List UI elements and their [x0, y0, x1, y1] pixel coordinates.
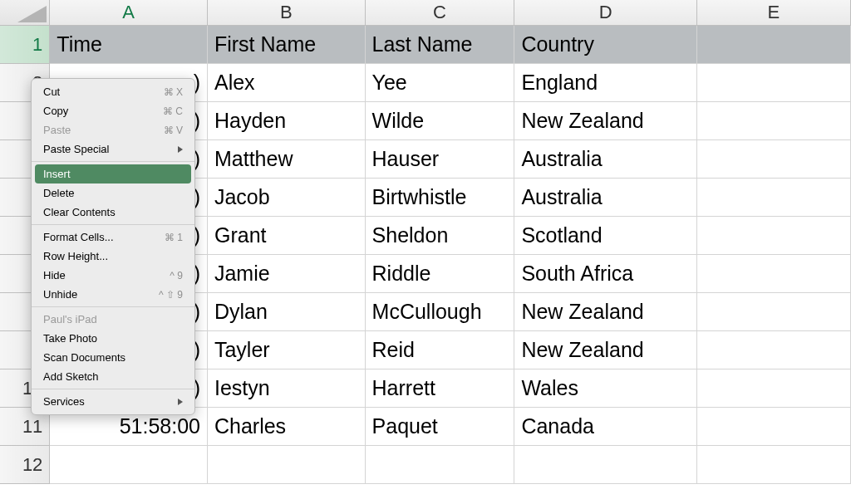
cell-e7[interactable]	[696, 255, 850, 293]
menu-format-shortcut: ⌘ 1	[165, 232, 183, 243]
menu-insert-label: Insert	[43, 168, 71, 180]
cell-c4[interactable]: Hauser	[365, 140, 514, 179]
cell-b3[interactable]: Hayden	[207, 102, 365, 140]
cell-d11[interactable]: Canada	[514, 408, 696, 446]
menu-hide-label: Hide	[43, 269, 66, 281]
cell-e12[interactable]	[696, 446, 850, 484]
menu-format-label: Format Cells...	[43, 231, 114, 243]
menu-paste-shortcut: ⌘ V	[164, 125, 183, 136]
menu-separator	[32, 224, 194, 225]
cell-d3[interactable]: New Zealand	[514, 102, 696, 140]
menu-row-height-label: Row Height...	[43, 250, 108, 262]
cell-d4[interactable]: Australia	[514, 140, 696, 179]
cell-d7[interactable]: South Africa	[514, 255, 696, 293]
menu-cut-shortcut: ⌘ X	[164, 86, 183, 98]
cell-b9[interactable]: Tayler	[207, 331, 365, 369]
menu-unhide[interactable]: Unhide ^ ⇧ 9	[32, 285, 194, 304]
cell-b10[interactable]: Iestyn	[207, 369, 365, 408]
data-header-row: 1 Time First Name Last Name Country	[0, 26, 851, 64]
cell-e8[interactable]	[696, 293, 850, 331]
menu-paste-special-label: Paste Special	[43, 143, 110, 155]
row-header-12[interactable]: 12	[0, 446, 50, 484]
cell-c1[interactable]: Last Name	[365, 26, 514, 64]
cell-e4[interactable]	[696, 140, 850, 179]
menu-hide[interactable]: Hide ^ 9	[32, 266, 194, 285]
cell-c8[interactable]: McCullough	[365, 293, 514, 331]
cell-c10[interactable]: Harrett	[365, 369, 514, 408]
cell-b6[interactable]: Grant	[207, 217, 365, 255]
menu-format-cells[interactable]: Format Cells... ⌘ 1	[32, 228, 194, 247]
cell-d6[interactable]: Scotland	[514, 217, 696, 255]
context-menu: Cut ⌘ X Copy ⌘ C Paste ⌘ V Paste Special…	[31, 78, 195, 415]
cell-e6[interactable]	[696, 217, 850, 255]
menu-add-sketch[interactable]: Add Sketch	[32, 367, 194, 386]
menu-take-photo[interactable]: Take Photo	[32, 329, 194, 348]
cell-c6[interactable]: Sheldon	[365, 217, 514, 255]
cell-c11[interactable]: Paquet	[365, 408, 514, 446]
cell-c7[interactable]: Riddle	[365, 255, 514, 293]
cell-d9[interactable]: New Zealand	[514, 331, 696, 369]
cell-c2[interactable]: Yee	[365, 64, 514, 102]
menu-copy-shortcut: ⌘ C	[163, 105, 183, 117]
col-header-c[interactable]: C	[365, 0, 514, 26]
menu-clear-contents[interactable]: Clear Contents	[32, 203, 194, 222]
menu-take-photo-label: Take Photo	[43, 332, 97, 345]
cell-d8[interactable]: New Zealand	[514, 293, 696, 331]
cell-b5[interactable]: Jacob	[207, 179, 365, 217]
cell-e5[interactable]	[696, 179, 850, 217]
menu-delete[interactable]: Delete	[32, 183, 194, 203]
menu-hide-shortcut: ^ 9	[170, 270, 183, 281]
menu-services[interactable]: Services	[32, 392, 194, 411]
menu-scan-docs-label: Scan Documents	[43, 351, 125, 364]
cell-b7[interactable]: Jamie	[207, 255, 365, 293]
cell-b1[interactable]: First Name	[207, 26, 365, 64]
col-header-b[interactable]: B	[207, 0, 365, 26]
menu-insert[interactable]: Insert	[35, 164, 191, 183]
cell-e10[interactable]	[696, 369, 850, 408]
menu-cut[interactable]: Cut ⌘ X	[32, 82, 194, 101]
cell-c5[interactable]: Birtwhistle	[365, 179, 514, 217]
menu-add-sketch-label: Add Sketch	[43, 370, 99, 383]
cell-c9[interactable]: Reid	[365, 331, 514, 369]
cell-e1[interactable]	[696, 26, 850, 64]
cell-d5[interactable]: Australia	[514, 179, 696, 217]
chevron-right-icon	[178, 399, 183, 405]
col-header-e[interactable]: E	[696, 0, 850, 26]
cell-c3[interactable]: Wilde	[365, 102, 514, 140]
cell-b11[interactable]: Charles	[207, 408, 365, 446]
col-header-d[interactable]: D	[514, 0, 696, 26]
cell-e2[interactable]	[696, 64, 850, 102]
menu-cut-label: Cut	[43, 86, 60, 98]
select-all-corner[interactable]	[0, 0, 50, 26]
menu-separator	[32, 161, 194, 162]
menu-scan-documents[interactable]: Scan Documents	[32, 348, 194, 367]
cell-e11[interactable]	[696, 408, 850, 446]
cell-c12[interactable]	[365, 446, 514, 484]
table-row: 12	[0, 446, 851, 484]
cell-b4[interactable]: Matthew	[207, 140, 365, 179]
menu-unhide-shortcut: ^ ⇧ 9	[159, 289, 183, 301]
menu-paste: Paste ⌘ V	[32, 120, 194, 139]
cell-d2[interactable]: England	[514, 64, 696, 102]
menu-unhide-label: Unhide	[43, 288, 77, 301]
menu-separator	[32, 306, 194, 307]
cell-e9[interactable]	[696, 331, 850, 369]
menu-clear-label: Clear Contents	[43, 206, 116, 218]
col-header-a[interactable]: A	[50, 0, 208, 26]
row-header-1[interactable]: 1	[0, 26, 50, 64]
cell-a1[interactable]: Time	[50, 26, 208, 64]
cell-e3[interactable]	[696, 102, 850, 140]
cell-d1[interactable]: Country	[514, 26, 696, 64]
cell-a12[interactable]	[50, 446, 208, 484]
menu-delete-label: Delete	[43, 187, 75, 199]
cell-b8[interactable]: Dylan	[207, 293, 365, 331]
cell-d10[interactable]: Wales	[514, 369, 696, 408]
menu-copy[interactable]: Copy ⌘ C	[32, 101, 194, 120]
cell-b2[interactable]: Alex	[207, 64, 365, 102]
cell-b12[interactable]	[207, 446, 365, 484]
menu-paste-label: Paste	[43, 124, 71, 136]
chevron-right-icon	[178, 146, 183, 153]
menu-row-height[interactable]: Row Height...	[32, 247, 194, 266]
menu-paste-special[interactable]: Paste Special	[32, 139, 194, 159]
cell-d12[interactable]	[514, 446, 696, 484]
